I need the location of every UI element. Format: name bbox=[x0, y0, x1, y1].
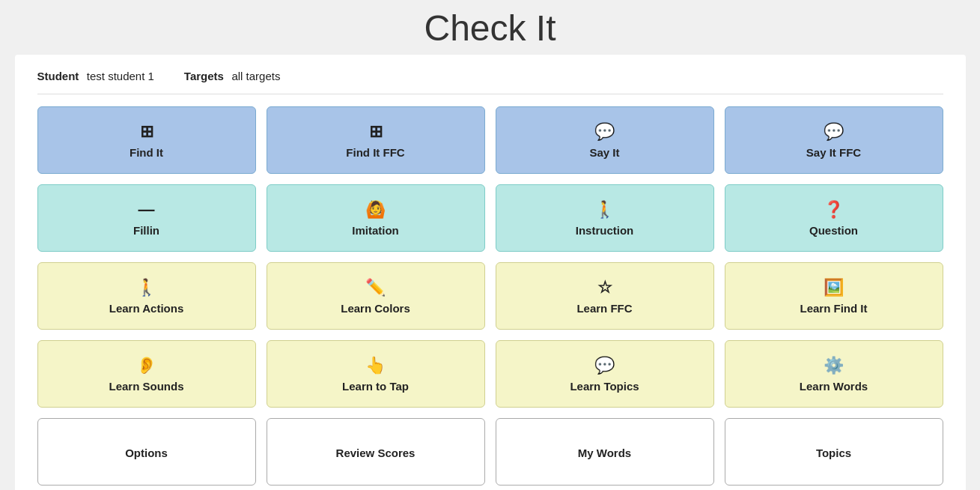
learn-topics-button[interactable]: 💬Learn Topics bbox=[496, 340, 714, 408]
learn-ffc-button[interactable]: ☆Learn FFC bbox=[496, 262, 714, 330]
learn-topics-icon: 💬 bbox=[594, 357, 615, 374]
button-grid: ⊞Find It⊞Find It FFC💬Say It💬Say It FFC—F… bbox=[37, 106, 943, 486]
learn-to-tap-label: Learn to Tap bbox=[342, 380, 409, 393]
learn-actions-label: Learn Actions bbox=[109, 302, 183, 315]
imitation-icon: 🙆 bbox=[365, 202, 386, 218]
learn-to-tap-button[interactable]: 👆Learn to Tap bbox=[267, 340, 485, 408]
learn-ffc-label: Learn FFC bbox=[576, 302, 632, 315]
options-label: Options bbox=[125, 447, 168, 459]
main-container: Student test student 1 Targets all targe… bbox=[15, 55, 966, 490]
say-it-button[interactable]: 💬Say It bbox=[496, 106, 714, 174]
find-it-icon: ⊞ bbox=[140, 124, 153, 140]
review-scores-label: Review Scores bbox=[336, 447, 416, 459]
imitation-label: Imitation bbox=[352, 224, 399, 237]
fillin-button[interactable]: —Fillin bbox=[37, 184, 256, 252]
instruction-button[interactable]: 🚶Instruction bbox=[496, 184, 714, 252]
student-label: Student bbox=[37, 70, 79, 82]
find-it-button[interactable]: ⊞Find It bbox=[37, 106, 256, 174]
learn-ffc-icon: ☆ bbox=[597, 279, 612, 296]
question-icon: ❓ bbox=[824, 202, 844, 218]
instruction-icon: 🚶 bbox=[594, 202, 615, 218]
say-it-icon: 💬 bbox=[594, 124, 615, 140]
learn-actions-button[interactable]: 🚶Learn Actions bbox=[37, 262, 256, 330]
learn-colors-label: Learn Colors bbox=[341, 302, 410, 315]
learn-find-it-label: Learn Find It bbox=[800, 302, 868, 315]
my-words-label: My Words bbox=[578, 447, 631, 459]
learn-sounds-icon: 👂 bbox=[136, 357, 156, 374]
learn-topics-label: Learn Topics bbox=[570, 380, 639, 393]
say-it-ffc-icon: 💬 bbox=[824, 124, 844, 140]
fillin-icon: — bbox=[139, 202, 155, 218]
find-it-ffc-label: Find It FFC bbox=[346, 146, 404, 159]
learn-colors-button[interactable]: ✏️Learn Colors bbox=[267, 262, 485, 330]
learn-words-label: Learn Words bbox=[800, 380, 868, 393]
topics-button[interactable]: Topics bbox=[725, 418, 943, 486]
instruction-label: Instruction bbox=[576, 224, 634, 237]
imitation-button[interactable]: 🙆Imitation bbox=[267, 184, 485, 252]
info-bar: Student test student 1 Targets all targe… bbox=[37, 70, 943, 94]
my-words-button[interactable]: My Words bbox=[496, 418, 714, 486]
learn-sounds-label: Learn Sounds bbox=[109, 380, 183, 393]
say-it-ffc-button[interactable]: 💬Say It FFC bbox=[725, 106, 943, 174]
learn-actions-icon: 🚶 bbox=[136, 279, 156, 296]
footer-row: Overview Help bbox=[37, 486, 943, 490]
say-it-label: Say It bbox=[589, 146, 619, 159]
topics-label: Topics bbox=[816, 447, 851, 459]
learn-sounds-button[interactable]: 👂Learn Sounds bbox=[37, 340, 256, 408]
learn-words-icon: ⚙️ bbox=[824, 357, 844, 374]
review-scores-button[interactable]: Review Scores bbox=[267, 418, 485, 486]
student-info: Student test student 1 bbox=[37, 70, 154, 83]
targets-value: all targets bbox=[231, 70, 280, 82]
options-button[interactable]: Options bbox=[37, 418, 256, 486]
find-it-ffc-icon: ⊞ bbox=[369, 124, 383, 140]
learn-colors-icon: ✏️ bbox=[365, 279, 386, 296]
find-it-label: Find It bbox=[130, 146, 163, 159]
learn-words-button[interactable]: ⚙️Learn Words bbox=[725, 340, 943, 408]
targets-info: Targets all targets bbox=[184, 70, 281, 83]
learn-to-tap-icon: 👆 bbox=[365, 357, 386, 374]
learn-find-it-button[interactable]: 🖼️Learn Find It bbox=[725, 262, 943, 330]
find-it-ffc-button[interactable]: ⊞Find It FFC bbox=[267, 106, 485, 174]
say-it-ffc-label: Say It FFC bbox=[806, 146, 861, 159]
targets-label: Targets bbox=[184, 70, 224, 82]
page-title: Check It bbox=[0, 0, 980, 55]
question-button[interactable]: ❓Question bbox=[725, 184, 943, 252]
fillin-label: Fillin bbox=[133, 224, 159, 237]
student-value: test student 1 bbox=[87, 70, 154, 82]
question-label: Question bbox=[809, 224, 858, 237]
learn-find-it-icon: 🖼️ bbox=[824, 279, 844, 296]
